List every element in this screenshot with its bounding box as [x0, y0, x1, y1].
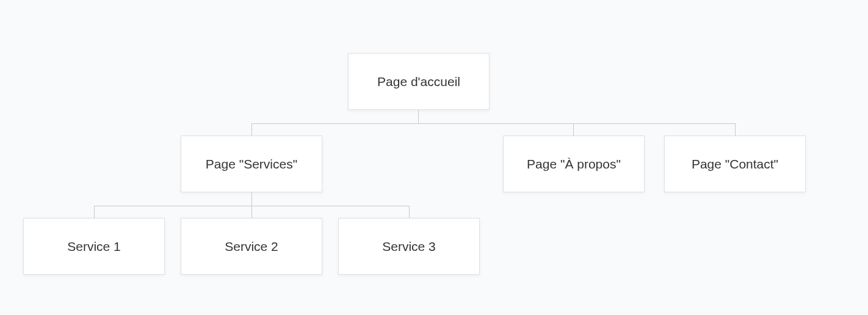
node-service-1-label: Service 1: [67, 239, 121, 254]
node-home-page: Page d'accueil: [348, 53, 490, 110]
connector-vline: [251, 206, 252, 218]
connector-vline: [94, 206, 95, 218]
node-service-3: Service 3: [338, 218, 480, 275]
connector-vline: [409, 206, 410, 218]
node-contact-page-label: Page "Contact": [692, 157, 778, 172]
node-services-page-label: Page "Services": [206, 157, 297, 172]
connector-vline: [418, 110, 419, 123]
connector-hline: [251, 123, 736, 124]
node-about-page-label: Page "À propos": [527, 157, 621, 172]
node-about-page: Page "À propos": [503, 136, 645, 192]
node-service-2-label: Service 2: [225, 239, 278, 254]
node-service-3-label: Service 3: [382, 239, 436, 254]
connector-vline: [251, 192, 252, 206]
node-services-page: Page "Services": [181, 136, 322, 192]
node-contact-page: Page "Contact": [664, 136, 806, 192]
connector-vline: [735, 123, 736, 136]
node-home-page-label: Page d'accueil: [377, 74, 460, 89]
connector-vline: [251, 123, 252, 136]
node-service-2: Service 2: [181, 218, 322, 275]
node-service-1: Service 1: [23, 218, 165, 275]
connector-vline: [573, 123, 574, 136]
